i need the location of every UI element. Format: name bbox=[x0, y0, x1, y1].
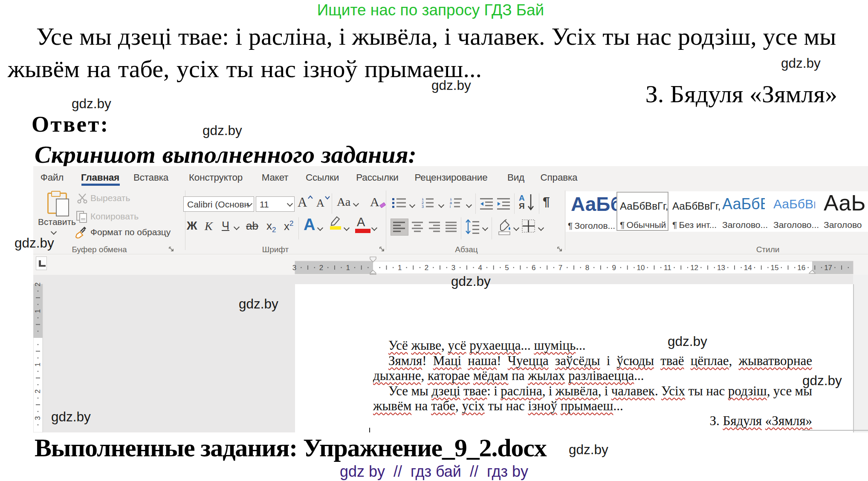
svg-text:2: 2 bbox=[34, 389, 42, 393]
svg-text:11: 11 bbox=[664, 264, 671, 272]
svg-text:7: 7 bbox=[558, 264, 562, 272]
svg-text:1: 1 bbox=[346, 264, 350, 272]
svg-text:17: 17 bbox=[824, 264, 832, 272]
svg-text:15: 15 bbox=[771, 264, 779, 272]
svg-text:16: 16 bbox=[797, 264, 805, 272]
svg-text:9: 9 bbox=[612, 264, 616, 272]
svg-text:2: 2 bbox=[319, 264, 323, 272]
svg-text:3: 3 bbox=[451, 264, 455, 272]
svg-text:13: 13 bbox=[717, 264, 725, 272]
svg-text:3: 3 bbox=[422, 204, 424, 209]
svg-text:5: 5 bbox=[505, 264, 509, 272]
svg-text:і: і bbox=[450, 204, 451, 209]
svg-text:2: 2 bbox=[425, 264, 428, 272]
svg-text:1: 1 bbox=[34, 309, 42, 313]
svg-text:1: 1 bbox=[34, 363, 42, 366]
svg-text:3: 3 bbox=[292, 264, 296, 272]
svg-text:2: 2 bbox=[34, 282, 42, 286]
svg-text:6: 6 bbox=[532, 264, 535, 272]
svg-text:1: 1 bbox=[398, 264, 402, 272]
svg-text:10: 10 bbox=[637, 264, 645, 272]
svg-text:4: 4 bbox=[478, 264, 482, 272]
svg-text:14: 14 bbox=[744, 264, 752, 272]
svg-text:8: 8 bbox=[585, 264, 589, 272]
svg-text:3: 3 bbox=[34, 416, 42, 420]
svg-text:12: 12 bbox=[690, 264, 698, 272]
